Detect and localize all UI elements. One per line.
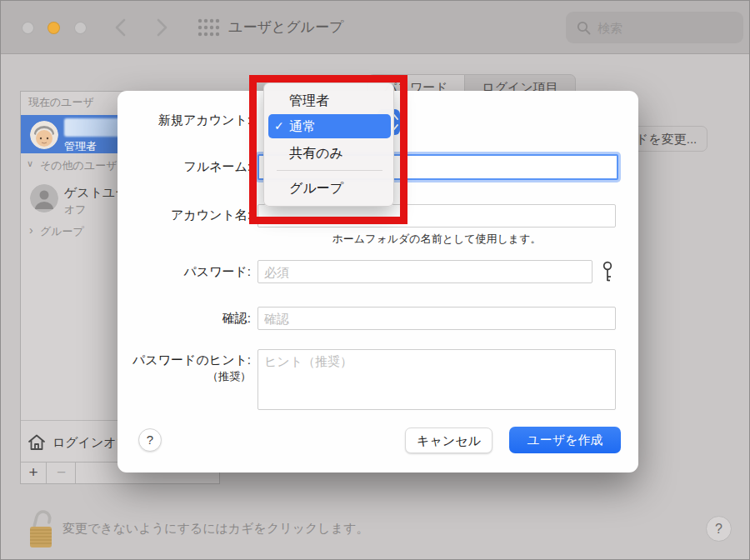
users-groups-window: ユーザとグループ 現在のユーザ 管理者 ∨ その他のユーザ ゲス [0,0,750,560]
password-label: パスワード: [118,263,251,280]
new-account-label: 新規アカウント: [118,112,251,128]
search-field[interactable] [566,12,743,43]
window-help-button[interactable]: ? [706,516,732,542]
unlocked-padlock-icon[interactable] [28,506,54,549]
annotation-highlight-rectangle [249,75,408,224]
chevron-down-icon[interactable]: ∨ [27,158,33,169]
remove-user-button[interactable]: − [48,462,76,483]
cancel-button[interactable]: キャンセル [405,428,492,453]
guest-user-avatar[interactable] [30,184,58,212]
show-all-grid-icon[interactable] [198,18,220,37]
window-title: ユーザとグループ [228,1,343,54]
current-user-avatar [30,121,58,149]
lock-hint-text: 変更できないようにするにはカギをクリックします。 [62,521,368,537]
search-input[interactable] [598,21,731,35]
groups-header[interactable]: グループ [40,224,84,239]
chevron-right-icon[interactable]: › [29,223,33,237]
full-name-label: フルネーム: [118,158,251,175]
verify-label: 確認: [118,310,251,327]
password-hint-input[interactable] [258,349,616,410]
close-window-button[interactable] [22,22,34,34]
current-user-header: 現在のユーザ [28,95,94,110]
password-hint-sublabel: （推奨） [118,369,251,384]
forward-button-icon[interactable] [155,18,168,37]
other-users-header: その他のユーザ [40,158,123,173]
current-user-role-label: 管理者 [64,139,97,154]
password-hint-label: パスワードのヒント: [118,352,251,368]
zoom-window-button[interactable] [74,22,87,34]
account-name-label: アカウント名: [118,207,251,223]
login-options-item[interactable]: ログインオプション [52,435,118,451]
add-user-button[interactable]: + [21,462,47,483]
title-bar: ユーザとグループ [1,1,750,54]
guest-user-name[interactable]: ゲストユーザ [64,185,122,201]
home-icon [27,432,47,452]
create-user-button[interactable]: ユーザを作成 [509,427,621,453]
verify-password-input[interactable] [258,307,616,330]
guest-user-status: オフ [64,202,87,218]
password-assistant-key-icon[interactable] [599,260,616,283]
search-icon [577,21,591,35]
account-name-help-text: ホームフォルダの名前として使用します。 [258,232,616,247]
minimize-window-button[interactable] [48,22,60,34]
back-button-icon[interactable] [114,18,128,37]
password-input[interactable] [258,260,592,283]
dialog-help-button[interactable]: ? [138,428,162,452]
